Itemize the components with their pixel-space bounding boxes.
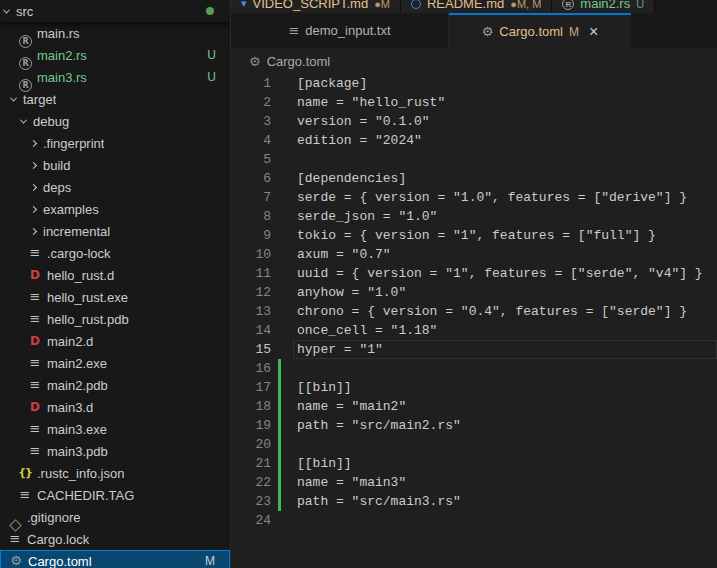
line-number: 10 bbox=[231, 245, 293, 264]
line-number: 2 bbox=[231, 93, 293, 112]
git-added-lines-indicator bbox=[278, 359, 281, 511]
code-line[interactable]: name = "main3" bbox=[293, 473, 717, 492]
file-icon: ≡ bbox=[27, 245, 43, 261]
tree-item-debug[interactable]: debug bbox=[0, 110, 230, 132]
tab-main2.rs[interactable]: Rmain2.rsU bbox=[552, 0, 655, 13]
gear-icon: ⚙ bbox=[249, 54, 261, 69]
explorer-file-tree: main.rsmain2.rsUmain3.rsUtargetdebug.fin… bbox=[0, 22, 230, 568]
tree-item-hello_rust.pdb[interactable]: ≡hello_rust.pdb bbox=[0, 308, 230, 330]
tree-item-label: main2.pdb bbox=[47, 378, 108, 393]
tree-item-.gitignore[interactable]: .gitignore bbox=[0, 506, 230, 528]
tree-item-label: main3.d bbox=[47, 400, 93, 415]
code-line[interactable]: name = "main2" bbox=[293, 397, 717, 416]
code-line[interactable] bbox=[293, 435, 717, 454]
tree-item-target[interactable]: target bbox=[0, 88, 230, 110]
tree-item-.fingerprint[interactable]: .fingerprint bbox=[0, 132, 230, 154]
git-status-badge: M bbox=[569, 25, 579, 39]
tree-item-label: Cargo.toml bbox=[28, 554, 92, 568]
file-icon: ≡ bbox=[17, 487, 33, 503]
tree-item-main.rs[interactable]: main.rs bbox=[0, 22, 230, 44]
line-number: 20 bbox=[231, 435, 293, 454]
code-line[interactable]: path = "src/main3.rs" bbox=[293, 492, 717, 511]
tree-item-label: hello_rust.pdb bbox=[47, 312, 129, 327]
code-line[interactable]: [package] bbox=[293, 74, 717, 93]
code-line[interactable]: edition = "2024" bbox=[293, 131, 717, 150]
file-icon: ≡ bbox=[27, 421, 43, 437]
close-icon[interactable]: × bbox=[589, 24, 598, 40]
tree-item-label: target bbox=[23, 92, 56, 107]
code-line[interactable] bbox=[293, 150, 717, 169]
tree-item-label: main2.rs bbox=[37, 48, 87, 63]
tree-item-main3.d[interactable]: Dmain3.d bbox=[0, 396, 230, 418]
file-icon: ≡ bbox=[27, 289, 43, 305]
tree-item-cargo.toml[interactable]: ⚙Cargo.tomlM bbox=[0, 550, 230, 568]
code-line[interactable]: path = "src/main2.rs" bbox=[293, 416, 717, 435]
tree-item-hello_rust.exe[interactable]: ≡hello_rust.exe bbox=[0, 286, 230, 308]
code-line[interactable]: uuid = { version = "1", features = ["ser… bbox=[293, 264, 717, 283]
tree-item-label: main2.d bbox=[47, 334, 93, 349]
file-icon: ≡ bbox=[27, 311, 43, 327]
tree-item-label: examples bbox=[43, 202, 99, 217]
tree-item-hello_rust.d[interactable]: Dhello_rust.d bbox=[0, 264, 230, 286]
tree-item-main2.d[interactable]: Dmain2.d bbox=[0, 330, 230, 352]
tab-video_script.md[interactable]: ▾VIDEO_SCRIPT.md●M bbox=[231, 0, 401, 13]
code-line[interactable]: serde_json = "1.0" bbox=[293, 207, 717, 226]
line-number: 21 bbox=[231, 454, 293, 473]
tab-demo_input.txt[interactable]: ≡demo_input.txt bbox=[231, 13, 449, 48]
tree-item-.rustc_info.json[interactable]: {}.rustc_info.json bbox=[0, 462, 230, 484]
code-line[interactable]: axum = "0.7" bbox=[293, 245, 717, 264]
tab-cargo.toml[interactable]: ⚙Cargo.tomlM× bbox=[449, 13, 631, 48]
tree-item-label: .cargo-lock bbox=[47, 246, 111, 261]
tree-item-.cargo-lock[interactable]: ≡.cargo-lock bbox=[0, 242, 230, 264]
tree-item-label: main2.exe bbox=[47, 356, 107, 371]
code-editor[interactable]: 123456789101112131415161718192021222324 … bbox=[231, 74, 717, 568]
tree-item-main2.exe[interactable]: ≡main2.exe bbox=[0, 352, 230, 374]
tab-readme.md[interactable]: README.md●M, M bbox=[401, 0, 552, 13]
code-line[interactable]: hyper = "1" bbox=[293, 340, 717, 359]
code-line[interactable]: name = "hello_rust" bbox=[293, 93, 717, 112]
tab-label: VIDEO_SCRIPT.md bbox=[253, 0, 369, 11]
tree-item-label: .fingerprint bbox=[43, 136, 104, 151]
tree-item-main2.pdb[interactable]: ≡main2.pdb bbox=[0, 374, 230, 396]
code-line[interactable]: anyhow = "1.0" bbox=[293, 283, 717, 302]
d-file-icon: D bbox=[27, 267, 43, 283]
code-line[interactable]: serde = { version = "1.0", features = ["… bbox=[293, 188, 717, 207]
code-line[interactable]: tokio = { version = "1", features = ["fu… bbox=[293, 226, 717, 245]
git-changes-dot-badge bbox=[206, 7, 214, 15]
chevron-down-icon bbox=[10, 94, 17, 101]
tree-item-incremental[interactable]: incremental bbox=[0, 220, 230, 242]
breadcrumb[interactable]: ⚙ Cargo.toml bbox=[231, 48, 717, 74]
code-line[interactable]: [dependencies] bbox=[293, 169, 717, 188]
tree-folder-src[interactable]: src bbox=[0, 0, 230, 22]
rust-file-icon: R bbox=[562, 0, 574, 10]
tree-item-examples[interactable]: examples bbox=[0, 198, 230, 220]
tree-item-main3.pdb[interactable]: ≡main3.pdb bbox=[0, 440, 230, 462]
code-line[interactable]: once_cell = "1.18" bbox=[293, 321, 717, 340]
tree-item-main3.rs[interactable]: main3.rsU bbox=[0, 66, 230, 88]
tab-bar-row-2: ≡demo_input.txt⚙Cargo.tomlM× bbox=[231, 13, 717, 48]
line-number: 22 bbox=[231, 473, 293, 492]
code-content[interactable]: [package]name = "hello_rust"version = "0… bbox=[293, 74, 717, 568]
tree-item-cachedir.tag[interactable]: ≡CACHEDIR.TAG bbox=[0, 484, 230, 506]
tree-item-label: incremental bbox=[43, 224, 110, 239]
tree-item-build[interactable]: build bbox=[0, 154, 230, 176]
tree-item-main2.rs[interactable]: main2.rsU bbox=[0, 44, 230, 66]
tree-item-label: .gitignore bbox=[27, 510, 80, 525]
code-line[interactable] bbox=[293, 359, 717, 378]
code-line[interactable]: chrono = { version = "0.4", features = [… bbox=[293, 302, 717, 321]
code-line[interactable] bbox=[293, 511, 717, 530]
tree-item-cargo.lock[interactable]: ≡Cargo.lock bbox=[0, 528, 230, 550]
code-line[interactable]: version = "0.1.0" bbox=[293, 112, 717, 131]
tree-item-deps[interactable]: deps bbox=[0, 176, 230, 198]
line-number: 8 bbox=[231, 207, 293, 226]
tab-label: main2.rs bbox=[580, 0, 630, 11]
tree-item-main3.exe[interactable]: ≡main3.exe bbox=[0, 418, 230, 440]
code-line[interactable]: [[bin]] bbox=[293, 378, 717, 397]
line-number: 16 bbox=[231, 359, 293, 378]
vscode-window: src main.rsmain2.rsUmain3.rsUtargetdebug… bbox=[0, 0, 717, 568]
code-line[interactable]: [[bin]] bbox=[293, 454, 717, 473]
d-file-icon: D bbox=[27, 399, 43, 415]
chevron-right-icon bbox=[30, 205, 37, 212]
tree-item-label: main3.exe bbox=[47, 422, 107, 437]
tree-item-label: main3.rs bbox=[37, 70, 87, 85]
